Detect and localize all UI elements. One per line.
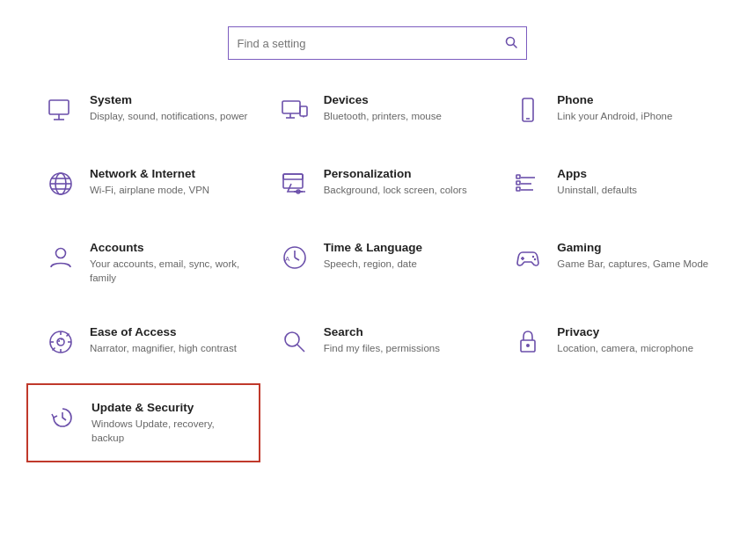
personalization-icon xyxy=(278,167,311,200)
time-title: Time & Language xyxy=(324,241,422,254)
personalization-text: PersonalizationBackground, lock screen, … xyxy=(324,167,467,197)
update-text: Update & SecurityWindows Update, recover… xyxy=(92,401,250,445)
system-icon xyxy=(44,93,77,127)
gaming-title: Gaming xyxy=(557,241,708,254)
privacy-title: Privacy xyxy=(557,325,693,338)
svg-rect-5 xyxy=(282,101,300,113)
privacy-desc: Location, camera, microphone xyxy=(557,341,693,355)
settings-item-update[interactable]: Update & SecurityWindows Update, recover… xyxy=(26,383,260,462)
settings-item-system[interactable]: SystemDisplay, sound, notifications, pow… xyxy=(26,77,260,142)
network-text: Network & InternetWi-Fi, airplane mode, … xyxy=(90,167,209,197)
ease-desc: Narrator, magnifier, high contrast xyxy=(90,341,237,355)
network-icon xyxy=(44,167,77,200)
accounts-icon xyxy=(44,241,77,274)
update-icon xyxy=(46,401,79,434)
system-desc: Display, sound, notifications, power xyxy=(90,109,247,123)
personalization-desc: Background, lock screen, colors xyxy=(324,183,467,197)
accounts-desc: Your accounts, email, sync, work, family xyxy=(90,257,252,285)
search-desc: Find my files, permissions xyxy=(324,341,440,355)
svg-point-35 xyxy=(534,258,536,260)
privacy-text: PrivacyLocation, camera, microphone xyxy=(557,325,693,355)
settings-item-accounts[interactable]: AccountsYour accounts, email, sync, work… xyxy=(26,225,260,301)
ease-title: Ease of Access xyxy=(90,325,237,338)
settings-item-gaming[interactable]: GamingGame Bar, captures, Game Mode xyxy=(494,225,728,301)
apps-icon xyxy=(511,167,545,200)
settings-grid: SystemDisplay, sound, notifications, pow… xyxy=(0,77,754,462)
ease-icon xyxy=(44,325,77,359)
svg-rect-10 xyxy=(523,98,533,121)
search-icon xyxy=(505,36,517,51)
svg-line-30 xyxy=(295,258,299,260)
update-desc: Windows Update, recovery, backup xyxy=(92,417,250,445)
gaming-desc: Game Bar, captures, Game Mode xyxy=(557,257,708,271)
time-icon: A xyxy=(278,241,311,274)
settings-item-privacy[interactable]: PrivacyLocation, camera, microphone xyxy=(494,309,728,375)
apps-title: Apps xyxy=(557,167,637,180)
svg-point-47 xyxy=(526,344,530,347)
devices-title: Devices xyxy=(324,93,442,106)
settings-item-time[interactable]: A Time & LanguageSpeech, region, date xyxy=(260,225,494,301)
devices-icon xyxy=(278,93,311,127)
apps-text: AppsUninstall, defaults xyxy=(557,167,637,197)
ease-text: Ease of AccessNarrator, magnifier, high … xyxy=(90,325,237,355)
svg-rect-24 xyxy=(516,175,520,178)
accounts-title: Accounts xyxy=(90,241,252,254)
phone-title: Phone xyxy=(557,93,672,106)
settings-item-search[interactable]: SearchFind my files, permissions xyxy=(260,309,494,375)
svg-point-44 xyxy=(285,332,299,346)
settings-item-ease[interactable]: Ease of AccessNarrator, magnifier, high … xyxy=(26,309,260,375)
phone-icon xyxy=(511,93,545,127)
svg-rect-26 xyxy=(516,187,520,191)
settings-item-devices[interactable]: DevicesBluetooth, printers, mouse xyxy=(260,77,494,142)
svg-rect-6 xyxy=(300,106,307,116)
accounts-text: AccountsYour accounts, email, sync, work… xyxy=(90,241,252,285)
svg-point-27 xyxy=(56,249,66,258)
settings-item-network[interactable]: Network & InternetWi-Fi, airplane mode, … xyxy=(26,151,260,216)
network-title: Network & Internet xyxy=(90,167,209,180)
phone-text: PhoneLink your Android, iPhone xyxy=(557,93,672,123)
search-icon xyxy=(278,325,311,359)
svg-line-1 xyxy=(513,44,516,47)
search-bar[interactable] xyxy=(228,26,527,60)
svg-rect-25 xyxy=(516,181,520,185)
search-input[interactable] xyxy=(238,37,501,50)
svg-rect-2 xyxy=(49,100,69,114)
gaming-text: GamingGame Bar, captures, Game Mode xyxy=(557,241,708,271)
time-desc: Speech, region, date xyxy=(324,257,422,271)
gaming-icon xyxy=(511,241,545,274)
devices-desc: Bluetooth, printers, mouse xyxy=(324,109,442,123)
settings-item-apps[interactable]: AppsUninstall, defaults xyxy=(494,151,728,216)
svg-rect-17 xyxy=(283,174,303,188)
system-text: SystemDisplay, sound, notifications, pow… xyxy=(90,93,247,123)
settings-item-phone[interactable]: PhoneLink your Android, iPhone xyxy=(494,77,728,142)
apps-desc: Uninstall, defaults xyxy=(557,183,637,197)
settings-item-personalization[interactable]: PersonalizationBackground, lock screen, … xyxy=(260,151,494,216)
search-text: SearchFind my files, permissions xyxy=(324,325,440,355)
svg-point-34 xyxy=(532,256,534,258)
svg-rect-18 xyxy=(283,174,303,179)
devices-text: DevicesBluetooth, printers, mouse xyxy=(324,93,442,123)
time-text: Time & LanguageSpeech, region, date xyxy=(324,241,422,271)
privacy-icon xyxy=(511,325,545,359)
phone-desc: Link your Android, iPhone xyxy=(557,109,672,123)
personalization-title: Personalization xyxy=(324,167,467,180)
network-desc: Wi-Fi, airplane mode, VPN xyxy=(90,183,209,197)
svg-line-45 xyxy=(297,345,304,352)
system-title: System xyxy=(90,93,247,106)
svg-text:A: A xyxy=(285,255,290,263)
update-title: Update & Security xyxy=(92,401,250,414)
search-title: Search xyxy=(324,325,440,338)
